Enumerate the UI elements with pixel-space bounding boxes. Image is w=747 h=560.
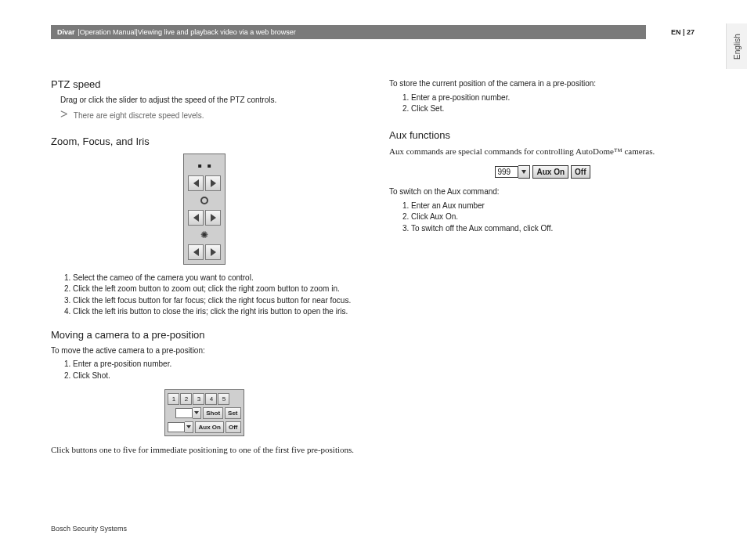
triangle-right-icon [211, 179, 216, 187]
iris-close-button[interactable] [188, 244, 204, 260]
preset-4-button[interactable]: 4 [205, 393, 217, 405]
list-item: Click Aux On. [411, 211, 696, 223]
left-column: PTZ speed Drag or click the slider to ad… [51, 78, 358, 457]
preset-number-input[interactable] [175, 408, 193, 418]
preposition-steps: Enter a pre-position number. Click Shot. [51, 359, 358, 381]
ptz-speed-heading: PTZ speed [51, 78, 358, 90]
aux-off-button[interactable]: Off [226, 421, 241, 433]
page: Divar | Operation Manual | Viewing live … [51, 25, 698, 542]
header-brand: Divar [57, 28, 75, 36]
chevron-down-icon [521, 170, 526, 174]
header-page-label: EN | 27 [671, 28, 695, 36]
header-section: Viewing live and playback video via a we… [138, 28, 296, 36]
triangle-right-icon [211, 248, 216, 256]
triangle-left-icon [193, 248, 199, 256]
header-bar: Divar | Operation Manual | Viewing live … [51, 25, 698, 39]
header-doc: Operation Manual [80, 28, 136, 36]
shot-button[interactable]: Shot [203, 407, 223, 419]
list-item: Enter a pre-position number. [411, 92, 696, 104]
header-left: Divar | Operation Manual | Viewing live … [51, 25, 646, 39]
aux-number-dropdown[interactable] [518, 165, 530, 179]
aux-on-button[interactable]: Aux On [195, 421, 223, 433]
language-tab[interactable]: English [726, 23, 747, 69]
header-page: EN | 27 [646, 25, 698, 39]
store-intro: To store the current position of the cam… [389, 78, 696, 89]
preposition-footer: Click buttons one to five for immediate … [51, 444, 358, 457]
ptz-speed-note: There are eight discrete speed levels. [74, 111, 204, 120]
preset-5-button[interactable]: 5 [218, 393, 229, 405]
zoom-out-button[interactable] [188, 175, 204, 191]
aux-on-main-button[interactable]: Aux On [532, 165, 568, 179]
chevron-down-icon [186, 425, 191, 428]
preset-2-button[interactable]: 2 [180, 393, 192, 405]
aux-bar-figure: 999 Aux On Off [389, 164, 696, 179]
list-item: Click the left zoom button to zoom out; … [73, 284, 358, 295]
zoom-out-glyph-icon: ▪ [195, 161, 204, 171]
chevron-down-icon [194, 411, 199, 414]
ptz-speed-text: Drag or click the slider to adjust the s… [60, 95, 358, 106]
zfi-steps: Select the cameo of the camera you want … [51, 273, 358, 318]
preposition-intro: To move the active camera to a pre-posit… [51, 345, 358, 356]
zfi-panel: ▪ ▪ ✺ [183, 154, 226, 265]
list-item: Click the left focus button for far focu… [73, 295, 358, 307]
zoom-in-button[interactable] [205, 175, 221, 191]
aux-bar: 999 Aux On Off [495, 165, 590, 179]
aux-switch-intro: To switch on the Aux command: [389, 186, 696, 197]
zoom-in-glyph-icon: ▪ [204, 161, 214, 171]
aux-switch-steps: Enter an Aux number Click Aux On. To swi… [389, 201, 696, 235]
set-button[interactable]: Set [225, 407, 240, 419]
aux-off-main-button[interactable]: Off [571, 165, 590, 179]
iris-glyph-icon: ✺ [200, 230, 209, 240]
focus-far-button[interactable] [188, 210, 204, 226]
ptz-speed-note-row: > There are eight discrete speed levels. [60, 107, 358, 121]
preset-3-button[interactable]: 3 [193, 393, 204, 405]
footer-text: Bosch Security Systems [51, 525, 127, 533]
list-item: Click Shot. [73, 370, 358, 382]
right-column: To store the current position of the cam… [389, 78, 696, 457]
language-tab-label: English [733, 34, 742, 60]
preset-panel-figure: 1 2 3 4 5 Shot Set A [51, 389, 358, 436]
list-item: Enter an Aux number [411, 201, 696, 212]
list-item: Select the cameo of the camera you want … [73, 273, 358, 284]
list-item: Click Set. [411, 103, 696, 115]
preset-panel: 1 2 3 4 5 Shot Set A [164, 389, 244, 436]
focus-glyph-icon [200, 196, 209, 205]
aux-dropdown-button[interactable] [185, 421, 193, 433]
preposition-heading: Moving a camera to a pre-position [51, 329, 358, 341]
zfi-heading: Zoom, Focus, and Iris [51, 135, 358, 147]
aux-intro: Aux commands are special commands for co… [389, 146, 696, 158]
iris-open-button[interactable] [205, 244, 221, 260]
aux-number-input[interactable] [168, 422, 185, 432]
aux-number-field[interactable]: 999 [495, 166, 518, 178]
triangle-left-icon [193, 179, 199, 187]
preset-dropdown-button[interactable] [193, 407, 201, 419]
preset-1-button[interactable]: 1 [168, 393, 179, 405]
list-item: To switch off the Aux command, click Off… [411, 223, 696, 235]
zfi-panel-figure: ▪ ▪ ✺ [51, 154, 358, 265]
triangle-right-icon [211, 214, 216, 222]
list-item: Click the left iris button to close the … [73, 306, 358, 318]
aux-heading: Aux functions [389, 129, 696, 141]
focus-near-button[interactable] [205, 210, 221, 226]
note-bullet-icon: > [60, 107, 67, 121]
list-item: Enter a pre-position number. [73, 359, 358, 370]
store-steps: Enter a pre-position number. Click Set. [389, 92, 696, 115]
triangle-left-icon [193, 214, 199, 222]
